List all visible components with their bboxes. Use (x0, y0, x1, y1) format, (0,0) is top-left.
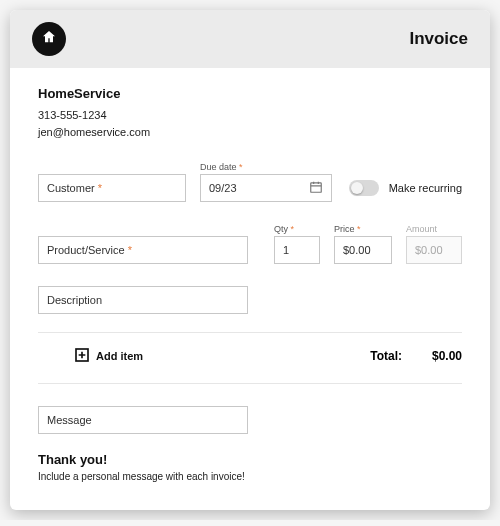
required-asterisk: * (128, 244, 132, 256)
due-date-label: Due date * (200, 162, 332, 172)
business-name: HomeService (38, 86, 462, 101)
divider (38, 332, 462, 333)
customer-input[interactable]: Customer * (38, 174, 186, 202)
qty-value: 1 (283, 244, 289, 256)
divider (38, 383, 462, 384)
price-label: Price * (334, 224, 392, 234)
qty-input[interactable]: 1 (274, 236, 320, 264)
invoice-card: Invoice HomeService 313-555-1234 jen@hom… (10, 10, 490, 510)
make-recurring-label: Make recurring (389, 182, 462, 194)
thank-you-subtitle: Include a personal message with each inv… (38, 471, 462, 482)
make-recurring-wrap: Make recurring (349, 180, 462, 196)
due-date-value: 09/23 (209, 182, 237, 194)
product-placeholder: Product/Service (47, 244, 125, 256)
price-field-wrap: Price * $0.00 (334, 224, 392, 264)
amount-value: $0.00 (415, 244, 443, 256)
add-icon (74, 347, 90, 365)
message-placeholder: Message (47, 414, 92, 426)
home-icon (41, 29, 57, 49)
total-value: $0.00 (432, 349, 462, 363)
row-customer-date: Customer * Due date * 09/23 Make (38, 162, 462, 202)
business-phone: 313-555-1234 (38, 107, 462, 124)
qty-label: Qty * (274, 224, 320, 234)
invoice-body: HomeService 313-555-1234 jen@homeservice… (10, 68, 490, 510)
total-wrap: Total: $0.00 (370, 349, 462, 363)
amount-label: Amount (406, 224, 462, 234)
amount-field-wrap: Amount $0.00 (406, 224, 462, 264)
message-input[interactable]: Message (38, 406, 248, 434)
customer-placeholder: Customer (47, 182, 95, 194)
home-button[interactable] (32, 22, 66, 56)
price-value: $0.00 (343, 244, 371, 256)
qty-field-wrap: Qty * 1 (274, 224, 320, 264)
required-asterisk: * (291, 224, 295, 234)
amount-display: $0.00 (406, 236, 462, 264)
description-input[interactable]: Description (38, 286, 248, 314)
add-item-label: Add item (96, 350, 143, 362)
calendar-icon (309, 180, 323, 196)
page-title: Invoice (409, 29, 468, 49)
row-message: Message (38, 406, 462, 434)
total-label: Total: (370, 349, 402, 363)
product-input[interactable]: Product/Service * (38, 236, 248, 264)
due-date-input[interactable]: 09/23 (200, 174, 332, 202)
price-input[interactable]: $0.00 (334, 236, 392, 264)
row-line-item: Product/Service * Qty * 1 Price * (38, 224, 462, 264)
qty-label-text: Qty (274, 224, 288, 234)
product-field-wrap: Product/Service * (38, 236, 248, 264)
thank-you-title: Thank you! (38, 452, 462, 467)
business-email: jen@homeservice.com (38, 124, 462, 141)
due-date-label-text: Due date (200, 162, 237, 172)
make-recurring-toggle[interactable] (349, 180, 379, 196)
customer-field-wrap: Customer * (38, 174, 186, 202)
due-date-field-wrap: Due date * 09/23 (200, 162, 332, 202)
price-label-text: Price (334, 224, 355, 234)
required-asterisk: * (357, 224, 361, 234)
add-item-button[interactable]: Add item (74, 347, 143, 365)
required-asterisk: * (98, 182, 102, 194)
header-bar: Invoice (10, 10, 490, 68)
description-placeholder: Description (47, 294, 102, 306)
row-add-total: Add item Total: $0.00 (38, 347, 462, 365)
row-description: Description (38, 286, 462, 314)
required-asterisk: * (239, 162, 243, 172)
svg-rect-0 (311, 183, 322, 192)
